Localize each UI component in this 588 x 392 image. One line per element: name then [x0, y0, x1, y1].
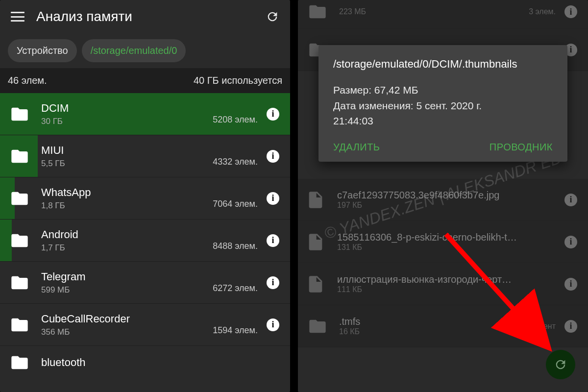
list-item[interactable]: 223 МБ 3 элем. i: [298, 0, 588, 29]
info-icon[interactable]: i: [267, 276, 279, 289]
stats-count: 46 элем.: [8, 75, 47, 86]
info-icon[interactable]: i: [267, 192, 279, 205]
page-title: Анализ памяти: [36, 9, 254, 24]
list-item[interactable]: bluetooth: [0, 346, 290, 372]
list-item[interactable]: MIUI5,5 ГБ 4332 элем. i: [0, 135, 290, 177]
right-panel: 223 МБ 3 элем. i .thumbnails i c7aef1293…: [298, 0, 588, 392]
file-icon: [306, 188, 325, 212]
folder-icon: [8, 353, 31, 372]
info-icon[interactable]: i: [564, 194, 577, 206]
item-size: 30 ГБ: [41, 117, 213, 126]
item-count: 5208 элем.: [213, 115, 258, 125]
folder-icon: [8, 189, 31, 208]
left-panel: Анализ памяти Устройство /storage/emulat…: [0, 0, 290, 392]
list-item[interactable]: WhatsApp1,8 ГБ 7064 элем. i: [0, 177, 290, 220]
stats-used: 40 ГБ используется: [194, 75, 282, 86]
refresh-icon: [554, 358, 567, 371]
list-item[interactable]: DCIM 30 ГБ 5208 элем. i: [0, 93, 290, 135]
folder-icon: [8, 273, 31, 293]
list-item[interactable]: CubeCallRecorder356 МБ 1594 элем. i: [0, 304, 290, 346]
dialog-info: Размер: 67,42 МБ Дата изменения: 5 сент.…: [333, 82, 553, 129]
file-icon: [306, 272, 325, 296]
info-icon[interactable]: i: [267, 150, 279, 163]
dialog-actions: УДАЛИТЬ ПРОВОДНИК: [333, 142, 553, 153]
list-item[interactable]: 1585116306_8-p-eskizi-cherno-belikh-t…13…: [298, 221, 588, 263]
info-icon[interactable]: i: [267, 318, 279, 331]
chip-device[interactable]: Устройство: [8, 39, 77, 62]
dialog-path: /storage/emulated/0/DCIM/.thumbnails: [333, 58, 553, 71]
refresh-icon[interactable]: [266, 10, 279, 24]
info-icon[interactable]: i: [564, 236, 577, 248]
file-icon: [306, 230, 325, 254]
folder-icon: [8, 231, 31, 250]
chip-path[interactable]: /storage/emulated/0: [82, 39, 186, 62]
explorer-button[interactable]: ПРОВОДНИК: [490, 142, 553, 153]
info-icon[interactable]: i: [564, 5, 577, 18]
info-icon[interactable]: i: [267, 108, 279, 121]
folder-icon: [8, 147, 31, 166]
path-row: Устройство /storage/emulated/0: [0, 33, 290, 68]
info-icon[interactable]: i: [564, 278, 577, 291]
info-dialog: /storage/emulated/0/DCIM/.thumbnails Раз…: [318, 45, 567, 162]
fab-refresh[interactable]: [546, 350, 575, 379]
list-item[interactable]: иллюстрация-вьюнка-изгороди-черт…111 КБ …: [298, 263, 588, 305]
list-item[interactable]: Telegram599 МБ 6272 элем. i: [0, 262, 290, 304]
list-item[interactable]: .tmfs16 КБ элемент i: [298, 305, 588, 347]
header: Анализ памяти: [0, 0, 290, 33]
folder-icon: [8, 104, 31, 124]
info-icon[interactable]: i: [564, 320, 577, 333]
folder-icon: [306, 2, 329, 22]
folder-icon: [8, 315, 31, 335]
folder-list: DCIM 30 ГБ 5208 элем. i MIUI5,5 ГБ 4332 …: [0, 93, 290, 372]
item-text: DCIM 30 ГБ: [41, 102, 213, 126]
folder-icon: [306, 317, 329, 336]
list-item[interactable]: c7aef1293775083.3e9f4860f3b7e.jpg197 КБ …: [298, 179, 588, 221]
menu-icon[interactable]: [11, 12, 24, 22]
stats-row: 46 элем. 40 ГБ используется: [0, 68, 290, 93]
delete-button[interactable]: УДАЛИТЬ: [333, 142, 380, 153]
info-icon[interactable]: i: [267, 234, 279, 247]
list-item[interactable]: Android1,7 ГБ 8488 элем. i: [0, 220, 290, 262]
item-name: DCIM: [41, 102, 213, 115]
